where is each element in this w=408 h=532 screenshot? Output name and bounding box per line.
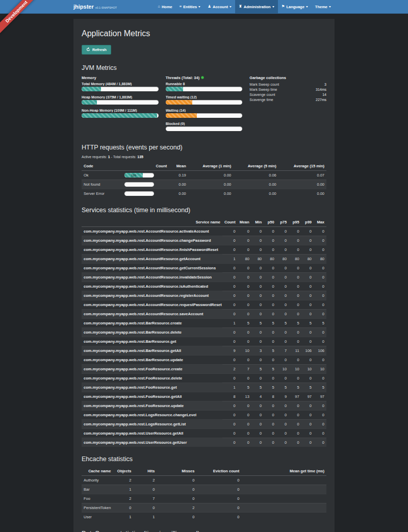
cell-value: 0 xyxy=(314,355,326,364)
cell-value: 0 xyxy=(314,337,326,346)
cell-value: 0 xyxy=(276,410,289,419)
table-row: com.mycompany.myapp.web.rest.FooResource… xyxy=(82,401,326,410)
http-table-body: Ok 135 0.19 0.00 0.06 0.07 Not xyxy=(82,170,326,198)
column-header: Mean get time (ms) xyxy=(241,467,326,476)
cell-value: 1 xyxy=(222,318,238,327)
cache-name: Authority xyxy=(82,475,113,485)
table-row: PersistentToken 0 0 2 0 xyxy=(82,503,326,512)
cell-value: 5 xyxy=(264,318,276,327)
ehcache-table-body: Authority 2 2 0 0 Bar 1 0 0 0 xyxy=(82,475,326,521)
cell-value: 0 xyxy=(301,327,314,337)
cell-value: 9 xyxy=(276,392,289,401)
cell-value: 9 xyxy=(222,346,238,355)
column-header: Average (1 min) xyxy=(188,162,233,171)
brand-name: jhipster xyxy=(73,4,94,10)
cell-value: 0 xyxy=(289,438,301,447)
table-row: Server Error 0.00 0.00 0.00 0.00 xyxy=(82,189,326,198)
cell-value: 0 xyxy=(289,309,301,318)
datasource-statistics-title: DataSource statistics (time in milliseco… xyxy=(82,530,326,532)
cell-value: 0 xyxy=(157,494,196,503)
caret-down-icon xyxy=(306,6,308,8)
memory-metric: Non-Heap Memory (109M / 111M) 98% xyxy=(82,109,159,118)
cell-value: 0 xyxy=(238,245,251,254)
thread-metric: Timed waiting (12) 35% xyxy=(166,95,243,105)
cell-value: 0 xyxy=(264,428,276,438)
table-row: Not found 0.00 0.00 0.00 0.00 xyxy=(82,180,326,189)
cell-value: 0 xyxy=(314,245,326,254)
cell-value: 0 xyxy=(289,373,301,383)
nav-item[interactable]: Home xyxy=(154,0,175,13)
column-header: Count xyxy=(222,218,238,227)
cell-value: 0 xyxy=(314,300,326,309)
cell-value: 0 xyxy=(251,428,264,438)
nav-item-label: Administration xyxy=(244,5,271,9)
cell-value: 0 xyxy=(264,300,276,309)
nav-item[interactable]: Administration xyxy=(235,0,278,13)
total-requests-value: 135 xyxy=(137,155,143,159)
page-title: Application Metrics xyxy=(82,29,326,38)
service-name: com.mycompany.myapp.web.rest.AccountReso… xyxy=(82,236,222,245)
metric-label: Heap Memory (375M / 1,883M) xyxy=(82,95,159,99)
cell-value: 0 xyxy=(133,485,157,494)
column-header: Hits xyxy=(133,467,157,476)
metric-label: Total Memory (484M / 1,883M) xyxy=(82,82,159,86)
cache-name: Bar xyxy=(82,485,113,494)
cell-value: 0 xyxy=(314,263,326,272)
cell-value: 0 xyxy=(222,245,238,254)
cell-value: 0 xyxy=(289,291,301,300)
refresh-button[interactable]: Refresh xyxy=(82,45,111,55)
cell-value: 0 xyxy=(301,272,314,282)
cell-value: 0 xyxy=(251,245,264,254)
cell-value: 0 xyxy=(314,309,326,318)
cell-value: 8 xyxy=(222,392,238,401)
service-name: com.mycompany.myapp.web.rest.BarResource… xyxy=(82,355,222,364)
cell-value: 0 xyxy=(196,485,241,494)
cell-value: 80 xyxy=(238,254,251,263)
cell-value: 0.00 xyxy=(278,189,326,198)
nav-item-label: Language xyxy=(286,5,304,9)
memory-heading: Memory xyxy=(82,75,159,80)
cell-value: 0 xyxy=(222,373,238,383)
home-icon xyxy=(158,5,160,9)
table-row: com.mycompany.myapp.web.rest.AccountReso… xyxy=(82,245,326,254)
jvm-metrics-title: JVM Metrics xyxy=(82,64,326,71)
cell-value: 0 xyxy=(251,263,264,272)
progress-bar: 20% xyxy=(82,100,159,105)
progress-fill: 20% xyxy=(82,100,97,105)
service-name: com.mycompany.myapp.web.rest.AccountReso… xyxy=(82,300,222,309)
nav-item[interactable]: Theme xyxy=(312,0,335,13)
cell-value: 0 xyxy=(289,410,301,419)
brand-link[interactable]: jhipster v0.1-SNAPSHOT xyxy=(73,0,117,13)
cell-value: 0 xyxy=(276,226,289,236)
nav-item-label: Home xyxy=(162,5,172,9)
navbar: jhipster v0.1-SNAPSHOT Home Entities xyxy=(0,0,408,14)
cell-value: 0 xyxy=(238,300,251,309)
cell-value: 0 xyxy=(276,309,289,318)
account-icon xyxy=(208,5,211,9)
refresh-label: Refresh xyxy=(92,47,107,52)
cell-value: 80 xyxy=(276,254,289,263)
cell-value: 0 xyxy=(276,327,289,337)
gc-stat-row: Mark Sweep count 3 xyxy=(249,82,326,87)
cell-value: 0 xyxy=(238,309,251,318)
nav-item[interactable]: Entities xyxy=(176,0,204,13)
http-requests-title: HTTP requests (events per second) xyxy=(82,144,326,151)
column-header: Average (5 min) xyxy=(233,162,278,171)
gc-stat-label: Mark Sweep count xyxy=(249,83,279,86)
http-code-cell: Server Error xyxy=(82,189,122,198)
cell-value: 0 xyxy=(276,272,289,282)
table-row: com.mycompany.myapp.web.rest.BarResource… xyxy=(82,355,326,364)
cell-value: 10 xyxy=(238,346,251,355)
cell-value: 7 xyxy=(133,494,157,503)
table-row: com.mycompany.myapp.web.rest.LogsResourc… xyxy=(82,410,326,419)
column-header: Mean xyxy=(238,218,251,227)
cell-value: 0 xyxy=(276,282,289,291)
cell-value: 0 xyxy=(301,236,314,245)
nav-item[interactable]: Language xyxy=(278,0,312,13)
nav-item[interactable]: Account xyxy=(204,0,235,13)
cell-value: 5 xyxy=(289,383,301,392)
cell-value: 0 xyxy=(222,309,238,318)
cell-value: 0 xyxy=(238,291,251,300)
cell-value: 80 xyxy=(314,254,326,263)
cell-value: 10 xyxy=(314,364,326,373)
